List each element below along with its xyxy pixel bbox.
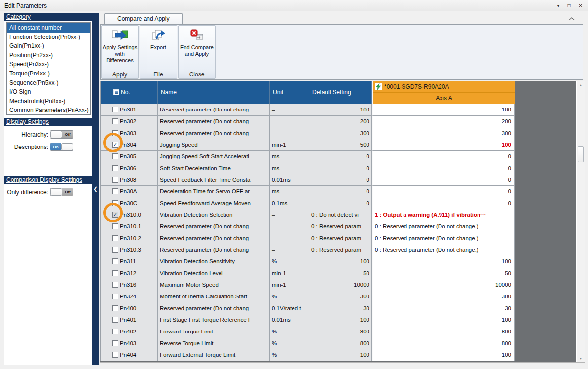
row-select-cell	[101, 151, 110, 163]
category-item-9[interactable]: Common Parameters(PnAxx-)	[7, 106, 90, 115]
row-checkbox[interactable]: ✓	[112, 212, 118, 218]
default-setting-value: 500	[309, 139, 372, 151]
scrollbar-thumb[interactable]	[578, 146, 584, 162]
row-checkbox[interactable]	[112, 329, 118, 334]
table-row[interactable]: Pn305Jogging Speed Soft Start Accelerati…	[101, 151, 515, 163]
axis-a-value: 100	[372, 104, 515, 116]
window-menu-icon[interactable]: ▾	[557, 3, 560, 8]
default-setting-value: 0	[309, 197, 372, 209]
scroll-up-arrow-icon[interactable]: ▲	[577, 81, 585, 89]
row-checkbox[interactable]	[112, 235, 118, 241]
row-checkbox[interactable]	[112, 200, 118, 206]
table-row[interactable]: Pn310.2Reserved parameter (Do not chang–…	[101, 232, 515, 244]
parameter-unit: 0.1V/rated t	[270, 302, 309, 314]
parameter-number: Pn324	[120, 294, 136, 299]
row-checkbox[interactable]	[112, 282, 118, 288]
table-row[interactable]: Pn310.1Reserved parameter (Do not chang–…	[101, 221, 515, 233]
row-checkbox[interactable]	[112, 352, 118, 358]
table-row[interactable]: Pn302Reserved parameter (Do not chang–20…	[101, 116, 515, 128]
axis-a-value: 0	[372, 186, 515, 198]
sidebar-collapse-strip[interactable]: ❮	[92, 13, 99, 365]
row-checkbox[interactable]	[112, 130, 118, 136]
close-icon[interactable]: ✕	[579, 3, 583, 8]
row-select-cell	[101, 232, 110, 244]
row-checkbox[interactable]	[112, 153, 118, 159]
row-checkbox[interactable]: ✓	[112, 142, 118, 148]
row-checkbox[interactable]	[112, 188, 118, 194]
toggle-state-label: Off	[62, 131, 73, 138]
row-select-cell	[101, 314, 110, 326]
table-row[interactable]: ✓Pn310.0Vibration Detection Selection–0 …	[101, 209, 515, 221]
table-row[interactable]: Pn310.3Reserved parameter (Do not chang–…	[101, 244, 515, 256]
axis-a-value: 100	[372, 139, 515, 151]
row-checkbox[interactable]	[112, 294, 118, 299]
apply-settings-with-differences-button[interactable]: Apply Settings with Differences	[102, 26, 138, 71]
parameter-name: Forward External Torque Limit	[158, 349, 270, 361]
row-checkbox[interactable]	[112, 247, 118, 253]
row-select-cell	[101, 197, 110, 209]
row-checkbox[interactable]	[112, 340, 118, 346]
row-checkbox[interactable]	[112, 107, 118, 112]
category-item-1[interactable]: Function Selection(Pn0xx-)	[7, 33, 90, 42]
header-no-column: No.	[110, 81, 158, 104]
scroll-down-arrow-icon[interactable]: ▼	[577, 354, 585, 362]
table-row[interactable]: Pn30ADeceleration Time for Servo OFF arm…	[101, 186, 515, 198]
table-row[interactable]: Pn311Vibration Detection Sensitivity%100…	[101, 256, 515, 268]
tab-compare-and-apply[interactable]: Compare and Apply	[104, 13, 183, 24]
row-checkbox[interactable]	[112, 165, 118, 171]
axis-a-value: 100	[372, 314, 515, 326]
end-compare-and-apply-button[interactable]: End Compare and Apply	[179, 26, 215, 71]
table-row[interactable]: Pn316Maximum Motor Speedmin-11000010000	[101, 279, 515, 291]
table-row[interactable]: Pn306Soft Start Deceleration Timems00	[101, 162, 515, 174]
comparison-setting-toggle-0[interactable]: Off	[50, 188, 74, 196]
table-row[interactable]: Pn401First Stage First Torque Reference …	[101, 314, 515, 326]
vertical-scrollbar[interactable]: ▲ ▼	[576, 81, 585, 362]
parameter-name: Moment of Inertia Calculation Start	[158, 291, 270, 303]
table-row[interactable]: Pn301Reserved parameter (Do not chang–10…	[101, 104, 515, 116]
category-item-3[interactable]: Position(Pn2xx-)	[7, 51, 90, 60]
row-checkbox[interactable]	[112, 305, 118, 311]
row-select-cell	[101, 116, 110, 128]
category-item-6[interactable]: Sequence(Pn5xx-)	[7, 78, 90, 88]
table-row[interactable]: Pn403Reverse Torque Limit%800800	[101, 337, 515, 349]
row-checkbox[interactable]	[112, 177, 118, 183]
row-checkbox[interactable]	[112, 270, 118, 276]
ribbon-collapse-button[interactable]	[567, 15, 577, 23]
table-row[interactable]: Pn312Vibration Detection Levelmin-15050	[101, 267, 515, 279]
display-setting-toggle-0[interactable]: Off	[50, 130, 74, 139]
header-select-column	[101, 81, 110, 104]
table-row[interactable]: Pn400Reserved parameter (Do not chang0.1…	[101, 302, 515, 314]
default-setting-value: 100	[309, 314, 372, 326]
table-row[interactable]: Pn308Speed Feedback Filter Time Consta0.…	[101, 174, 515, 186]
table-row[interactable]: Pn324Moment of Inertia Calculation Start…	[101, 291, 515, 303]
table-row[interactable]: Pn30CSpeed Feedforward Average Moven0.1m…	[101, 197, 515, 209]
category-listbox: All constant numberFunction Selection(Pn…	[6, 22, 91, 115]
row-checkbox[interactable]	[112, 118, 118, 124]
default-setting-value: 0	[309, 151, 372, 163]
category-item-8[interactable]: Mechatrolink(Pn8xx-)	[7, 97, 90, 106]
select-all-checkbox[interactable]	[113, 89, 119, 95]
row-checkbox[interactable]	[112, 258, 118, 264]
category-item-7[interactable]: I/O Sign	[7, 87, 90, 97]
row-checkbox[interactable]	[112, 223, 118, 229]
table-row[interactable]: Pn404Forward External Torque Limit%10010…	[101, 349, 515, 361]
table-row[interactable]: Pn303Reserved parameter (Do not chang–30…	[101, 127, 515, 139]
category-item-5[interactable]: Torque(Pn4xx-)	[7, 69, 90, 78]
default-setting-value: 300	[309, 291, 372, 303]
parameter-number: Pn312	[120, 270, 136, 276]
table-row[interactable]: ✓Pn304Jogging Speedmin-1500100	[101, 139, 515, 151]
parameter-number: Pn30C	[120, 200, 137, 206]
category-item-2[interactable]: Gain(Pn1xx-)	[7, 41, 90, 51]
display-setting-toggle-1[interactable]: On	[50, 143, 74, 151]
row-number-cell: Pn306	[110, 162, 158, 174]
category-item-4[interactable]: Speed(Pn3xx-)	[7, 60, 90, 69]
ribbon: Apply Settings with Differences Apply Ex…	[100, 24, 583, 80]
category-item-0[interactable]: All constant number	[7, 23, 90, 33]
row-checkbox[interactable]	[112, 317, 118, 323]
maximize-icon[interactable]: □	[568, 3, 571, 8]
parameter-number: Pn310.1	[120, 223, 141, 229]
parameter-name: Vibration Detection Selection	[158, 209, 270, 221]
row-select-cell	[101, 267, 110, 279]
table-row[interactable]: Pn402Forward Torque Limit%800800	[101, 326, 515, 338]
export-button[interactable]: Export	[140, 26, 177, 71]
